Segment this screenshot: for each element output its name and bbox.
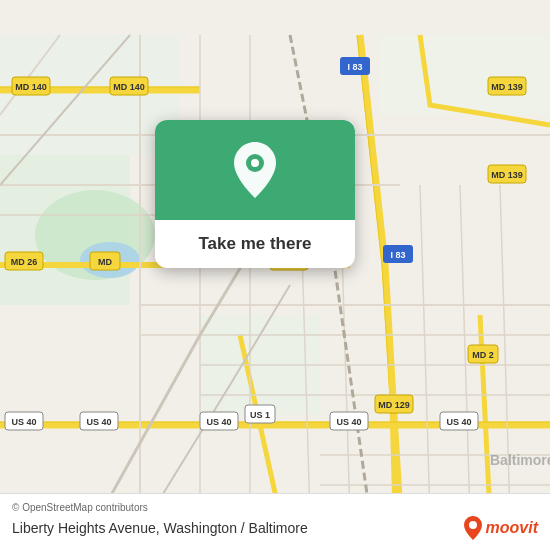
svg-text:MD 140: MD 140: [113, 82, 145, 92]
svg-text:US 40: US 40: [446, 417, 471, 427]
svg-text:MD 140: MD 140: [15, 82, 47, 92]
svg-text:MD 139: MD 139: [491, 170, 523, 180]
svg-text:MD 129: MD 129: [378, 400, 410, 410]
take-me-there-button[interactable]: Take me there: [198, 234, 311, 254]
svg-point-43: [251, 159, 259, 167]
card-body: Take me there: [155, 220, 355, 268]
svg-rect-5: [380, 35, 550, 115]
svg-text:MD: MD: [98, 257, 112, 267]
svg-text:US 1: US 1: [250, 410, 270, 420]
svg-point-44: [469, 521, 477, 529]
svg-text:MD 26: MD 26: [11, 257, 38, 267]
action-card: Take me there: [155, 120, 355, 268]
moovit-logo: moovit: [464, 516, 538, 540]
svg-text:Baltimore: Baltimore: [490, 452, 550, 468]
svg-text:US 40: US 40: [86, 417, 111, 427]
location-pin-icon: [229, 140, 281, 200]
copyright-text: © OpenStreetMap contributors: [12, 502, 538, 513]
svg-text:MD 2: MD 2: [472, 350, 494, 360]
svg-text:MD 139: MD 139: [491, 82, 523, 92]
map-container: MD 140 MD 140 I 83 MD 139 MD 139 MD 26 M…: [0, 0, 550, 550]
location-row: Liberty Heights Avenue, Washington / Bal…: [12, 516, 538, 540]
card-header: [155, 120, 355, 220]
svg-text:US 40: US 40: [206, 417, 231, 427]
moovit-brand-text: moovit: [486, 519, 538, 537]
moovit-pin-icon: [464, 516, 482, 540]
svg-text:I 83: I 83: [390, 250, 405, 260]
map-background: MD 140 MD 140 I 83 MD 139 MD 139 MD 26 M…: [0, 0, 550, 550]
svg-text:US 40: US 40: [336, 417, 361, 427]
svg-text:US 40: US 40: [11, 417, 36, 427]
bottom-bar: © OpenStreetMap contributors Liberty Hei…: [0, 493, 550, 550]
svg-text:I 83: I 83: [347, 62, 362, 72]
location-name: Liberty Heights Avenue, Washington / Bal…: [12, 520, 308, 536]
